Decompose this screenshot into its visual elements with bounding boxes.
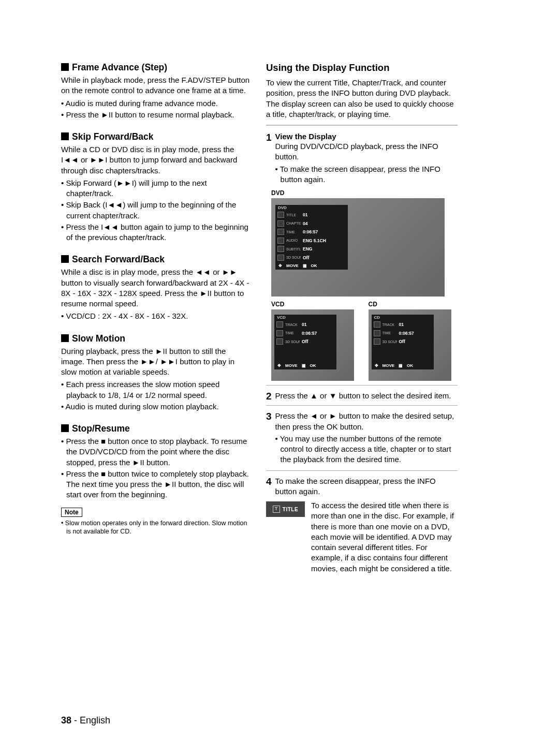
step-list: To make the screen disappear, press the … <box>275 164 458 185</box>
section-slow: Slow Motion During playback, press the ►… <box>61 333 251 412</box>
heading-display-function: Using the Display Function <box>266 62 458 73</box>
step-number: 1 <box>266 132 272 142</box>
list-search: VCD/CD : 2X - 4X - 8X - 16X - 32X. <box>61 311 251 321</box>
osd-header: DVD <box>275 205 348 211</box>
section-skip: Skip Forward/Back While a CD or DVD disc… <box>61 131 251 243</box>
osd-footer: ✥MOVE ▦OK <box>372 362 434 369</box>
title-description: To access the desired title when there i… <box>311 500 458 574</box>
list-item: Press the I◄◄ button again to jump to th… <box>61 222 251 243</box>
audio-icon <box>277 238 284 244</box>
list-item: You may use the number buttons of the re… <box>275 434 458 465</box>
body-search: While a disc is in play mode, press the … <box>61 267 251 309</box>
osd-footer: ✥MOVE ▦OK <box>275 262 348 270</box>
subtitle-icon <box>277 246 284 252</box>
osd-cd-screen: CD TRACK01 TIME0:06:57 3D SOUNDOff ✥MOVE… <box>369 309 451 381</box>
square-bullet-icon <box>61 63 69 71</box>
heading-stop: Stop/Resume <box>61 423 251 434</box>
note-list: Slow motion operates only in the forward… <box>61 519 251 537</box>
osd-row: TIME0:06:57 <box>275 228 348 236</box>
note-block: Note Slow motion operates only in the fo… <box>61 505 251 537</box>
osd-label-vcd: VCD <box>271 301 361 308</box>
list-skip: Skip Forward (►►I) will jump to the next… <box>61 178 251 243</box>
ok-icon: ▦ <box>303 263 307 268</box>
square-bullet-icon <box>61 255 69 263</box>
osd-cd-strip: CD TRACK01 TIME0:06:57 3D SOUNDOff ✥MOVE… <box>372 315 434 369</box>
time-icon <box>374 330 380 336</box>
step-body: Press the ▲ or ▼ button to select the de… <box>275 391 458 401</box>
divider <box>266 405 458 406</box>
step-body: To make the screen disappear, press the … <box>275 476 458 497</box>
ok-icon: ▦ <box>302 363 306 368</box>
step-list: You may use the number buttons of the re… <box>275 434 458 465</box>
step-1: 1 View the Display During DVD/VCD/CD pla… <box>266 132 458 186</box>
track-icon <box>276 321 283 328</box>
right-column: Using the Display Function To view the c… <box>266 62 458 574</box>
title-description-block: TITLE To access the desired title when t… <box>266 500 458 574</box>
section-frame-advance: Frame Advance (Step) While in playback m… <box>61 62 251 120</box>
step-body: Press the ◄ or ► button to make the desi… <box>275 411 458 432</box>
osd-dvd-strip: DVD TITLE01 CHAPTER04 TIME0:06:57 AUDIOE… <box>275 205 348 270</box>
osd-title-icon: TITLE <box>266 501 305 517</box>
osd-label-cd: CD <box>369 301 458 308</box>
divider <box>266 470 458 471</box>
sound-icon <box>276 338 283 345</box>
step-3: 3 Press the ◄ or ► button to make the de… <box>266 411 458 466</box>
osd-row: TRACK01 <box>274 320 336 329</box>
osd-row: TITLE01 <box>275 211 348 219</box>
osd-row: 3D SOUNDOff <box>275 254 348 262</box>
step-number: 4 <box>266 477 272 486</box>
heading-slow: Slow Motion <box>61 333 251 344</box>
list-stop: Press the ■ button once to stop playback… <box>61 436 251 500</box>
page-number: 38 <box>61 715 71 725</box>
osd-header: CD <box>372 315 434 320</box>
osd-row: 3D SOUNDOff <box>372 337 434 346</box>
osd-pair: VCD VCD TRACK01 TIME0:06:57 3D SOUNDOff … <box>271 301 458 381</box>
sound-icon <box>277 255 284 261</box>
osd-vcd-screen: VCD TRACK01 TIME0:06:57 3D SOUNDOff ✥MOV… <box>271 309 354 381</box>
list-frame-advance: Audio is muted during frame advance mode… <box>61 98 251 121</box>
list-item: Skip Back (I◄◄) will jump to the beginni… <box>61 200 251 221</box>
osd-footer: ✥MOVE ▦OK <box>274 362 336 369</box>
move-icon: ✥ <box>277 363 281 368</box>
title-box-icon <box>273 506 280 513</box>
heading-skip: Skip Forward/Back <box>61 131 251 142</box>
list-item: VCD/CD : 2X - 4X - 8X - 16X - 32X. <box>61 311 251 321</box>
move-icon: ✥ <box>278 263 282 268</box>
osd-dvd-screen: DVD TITLE01 CHAPTER04 TIME0:06:57 AUDIOE… <box>271 198 445 297</box>
list-item: Audio is muted during frame advance mode… <box>61 98 251 109</box>
list-item: Press the ►II button to resume normal pl… <box>61 110 251 120</box>
sound-icon <box>374 338 380 345</box>
ok-icon: ▦ <box>399 363 403 368</box>
section-stop: Stop/Resume Press the ■ button once to s… <box>61 423 251 500</box>
intro-display-function: To view the current Title, Chapter/Track… <box>266 78 458 120</box>
osd-row: AUDIOENG 5.1CH <box>275 236 348 245</box>
step-number: 3 <box>266 411 272 421</box>
osd-row: TIME0:06:57 <box>274 329 336 338</box>
heading-frame-advance: Frame Advance (Step) <box>61 62 251 73</box>
heading-search: Search Forward/Back <box>61 254 251 265</box>
osd-row: TRACK01 <box>372 320 434 329</box>
list-item: Press the ■ button twice to completely s… <box>61 469 251 500</box>
body-slow: During playback, press the ►II button to… <box>61 346 251 378</box>
osd-header: VCD <box>274 315 336 320</box>
page-footer: 38 - English <box>61 715 110 726</box>
note-label: Note <box>61 508 82 517</box>
page-language: English <box>80 715 110 725</box>
body-skip: While a CD or DVD disc is in play mode, … <box>61 144 251 176</box>
osd-row: SUBTITLEENG <box>275 245 348 254</box>
step-body: During DVD/VCD/CD playback, press the IN… <box>275 141 458 162</box>
osd-row: CHAPTER04 <box>275 219 348 228</box>
list-item: Skip Forward (►►I) will jump to the next… <box>61 178 251 199</box>
track-icon <box>374 321 380 328</box>
list-item: Each press increases the slow motion spe… <box>61 379 251 401</box>
time-icon <box>277 229 284 235</box>
step-number: 2 <box>266 391 272 401</box>
step-title: View the Display <box>275 132 336 141</box>
divider <box>266 125 458 126</box>
chapter-icon <box>277 220 284 227</box>
list-item: Press the ■ button once to stop playback… <box>61 436 251 468</box>
step-4: 4 To make the screen disappear, press th… <box>266 476 458 497</box>
square-bullet-icon <box>61 424 69 432</box>
list-item: To make the screen disappear, press the … <box>275 164 458 185</box>
move-icon: ✥ <box>375 363 378 368</box>
